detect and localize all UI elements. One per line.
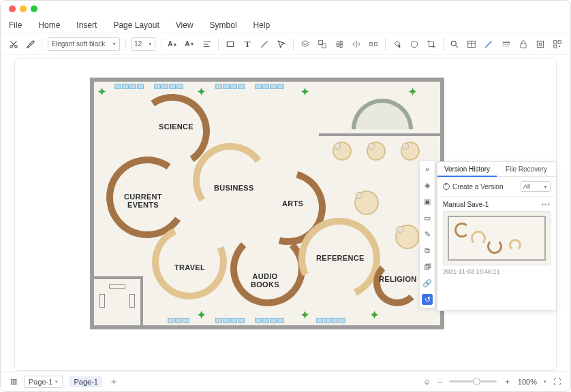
version-item[interactable]: Manual Save-1 ••• 2021-11-03 15:46:11	[437, 197, 556, 279]
decrease-font-button[interactable]: A▼	[184, 38, 196, 50]
plant-icon: ✦	[196, 84, 206, 99]
clipboard-icon[interactable]: 🗐	[422, 261, 433, 272]
svg-point-1	[14, 45, 17, 48]
chevron-down-icon: ▼	[148, 42, 153, 46]
bench	[255, 318, 284, 323]
reception-desk	[352, 99, 413, 129]
pointer-tool[interactable]	[276, 38, 288, 50]
close-button[interactable]	[9, 5, 16, 12]
align-objects-button[interactable]	[333, 38, 345, 50]
svg-rect-25	[537, 41, 543, 47]
bench	[154, 84, 183, 89]
plant-icon: ✦	[300, 308, 310, 323]
menu-home[interactable]: Home	[38, 20, 60, 30]
menu-insert[interactable]: Insert	[76, 20, 97, 30]
spacing-button[interactable]	[368, 38, 380, 50]
zoom-in-button[interactable]: ＋	[504, 376, 511, 387]
create-version-button[interactable]: Create a Version	[443, 183, 504, 191]
shelf-arc	[230, 231, 305, 306]
svg-line-6	[262, 41, 268, 47]
minimize-button[interactable]	[20, 5, 27, 12]
chevron-down-icon: ▼	[112, 42, 117, 46]
comments-icon[interactable]: ✎	[422, 229, 433, 240]
search-button[interactable]	[448, 38, 460, 50]
menu-page-layout[interactable]: Page Layout	[113, 20, 159, 30]
rectangle-tool[interactable]	[224, 38, 236, 50]
dash-style-button[interactable]	[500, 38, 512, 50]
filter-select[interactable]: All ▼	[521, 181, 551, 192]
zoom-slider[interactable]	[449, 380, 497, 382]
flip-button[interactable]	[351, 38, 362, 50]
chevron-down-icon[interactable]: ▾	[544, 379, 546, 385]
font-select[interactable]: Elegant soft black▼	[48, 37, 120, 51]
bench	[255, 84, 284, 89]
focus-mode-button[interactable]: ☺	[423, 378, 431, 386]
bench	[215, 84, 245, 89]
bench	[168, 318, 189, 323]
plant-icon: ✦	[196, 308, 206, 323]
maximize-button[interactable]	[31, 5, 37, 12]
round-table	[354, 191, 379, 215]
shape-style-button[interactable]	[408, 38, 420, 50]
page-tab[interactable]: Page-1	[70, 376, 102, 387]
toolbar: Elegant soft black▼ 12▼ A▲ A▼ T	[1, 33, 570, 55]
round-table	[333, 142, 352, 161]
add-page-button[interactable]: ＋	[109, 376, 119, 388]
crop-button[interactable]	[425, 38, 437, 50]
bench	[114, 84, 144, 89]
image-icon[interactable]: ▣	[422, 196, 433, 207]
window-titlebar	[1, 1, 570, 17]
collapse-rail-button[interactable]: »	[422, 163, 433, 174]
theme-icon[interactable]: ◈	[422, 180, 433, 191]
svg-point-14	[411, 41, 417, 47]
tab-version-history[interactable]: Version History	[437, 162, 497, 177]
chevron-down-icon: ▼	[543, 184, 548, 189]
line-style-button[interactable]	[483, 38, 495, 50]
lock-button[interactable]	[517, 38, 529, 50]
bench	[316, 318, 345, 323]
version-thumbnail	[443, 211, 551, 265]
increase-font-button[interactable]: A▲	[167, 38, 179, 50]
fullscreen-button[interactable]: ⛶	[553, 378, 561, 386]
svg-rect-29	[554, 45, 557, 48]
menu-view[interactable]: View	[176, 20, 194, 30]
plant-icon: ✦	[97, 84, 107, 99]
tab-file-recovery[interactable]: File Recovery	[497, 162, 556, 177]
menu-help[interactable]: Help	[253, 20, 271, 30]
group-button[interactable]	[316, 38, 328, 50]
pages-outline-icon[interactable]: ▥	[10, 377, 17, 386]
layer-front-button[interactable]	[299, 38, 311, 50]
svg-point-30	[559, 46, 560, 46]
plant-icon: ✦	[407, 84, 418, 99]
link-icon[interactable]: 🔗	[422, 278, 433, 289]
zone-science: SCIENCE	[159, 122, 194, 131]
table-button[interactable]	[466, 38, 478, 50]
artboard-button[interactable]	[535, 38, 546, 50]
round-table	[401, 142, 420, 161]
zoom-out-button[interactable]: −	[437, 378, 442, 386]
restroom	[94, 276, 143, 325]
svg-point-15	[451, 41, 456, 46]
text-tool[interactable]: T	[241, 38, 253, 50]
page-select[interactable]: Page-1 ▾	[24, 376, 63, 388]
zone-travel: TRAVEL	[174, 263, 205, 272]
line-tool[interactable]	[259, 38, 271, 50]
svg-rect-26	[539, 43, 542, 46]
fill-color-button[interactable]	[391, 38, 403, 50]
bench	[215, 318, 245, 323]
menu-symbol[interactable]: Symbol	[210, 20, 237, 30]
more-icon[interactable]: •••	[541, 201, 551, 208]
format-painter-button[interactable]	[25, 38, 36, 50]
more-tools-button[interactable]	[552, 38, 564, 50]
history-icon[interactable]: ↺	[422, 294, 433, 305]
align-button[interactable]	[201, 38, 213, 50]
round-table	[367, 142, 386, 161]
menu-file[interactable]: File	[9, 20, 22, 30]
resources-icon[interactable]: ⧉	[422, 245, 433, 256]
floorplan-drawing[interactable]: ✦ ✦ ✦ ✦ ✦ ✦ ✦ ✦	[90, 78, 444, 329]
zone-religion: RELIGION	[379, 275, 417, 283]
cut-button[interactable]	[7, 38, 19, 50]
round-table	[395, 225, 420, 249]
layers-icon[interactable]: ▭	[422, 212, 433, 223]
font-size-select[interactable]: 12▼	[132, 37, 155, 51]
